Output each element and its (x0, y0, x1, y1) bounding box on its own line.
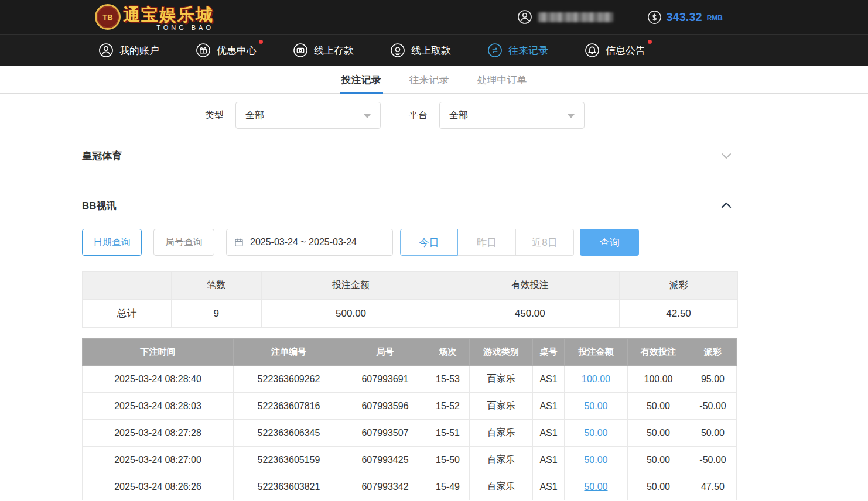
cell-valid-bet: 50.00 (628, 393, 689, 420)
cell-round: 607993425 (344, 447, 426, 473)
content: 类型 全部 平台 全部 皇冠体育 BB视讯 日期查询 局号查询 2025-03-… (0, 102, 868, 500)
nav-item-account[interactable]: 我的账户 (98, 43, 159, 58)
top-header: TB 通宝娱乐城 TONG BAO 343.32 RMB (0, 0, 868, 34)
bet-row: 2025-03-24 08:28:03522363607816607993596… (83, 393, 737, 420)
section-title-crown: 皇冠体育 (82, 149, 122, 163)
date-range-value: 2025-03-24 ~ 2025-03-24 (250, 237, 357, 248)
tab-transaction-records[interactable]: 往来记录 (408, 66, 451, 93)
column-header: 桌号 (533, 339, 565, 366)
nav-item-withdraw[interactable]: 线上取款 (390, 43, 451, 58)
cell-table: AS1 (533, 473, 565, 500)
column-header: 投注金额 (565, 339, 628, 366)
nav-item-label: 往来记录 (508, 44, 548, 57)
cell-payout: 95.00 (689, 366, 737, 393)
cell-round: 607993596 (344, 393, 426, 420)
column-header: 派彩 (689, 339, 737, 366)
tab-processing-orders[interactable]: 处理中订单 (476, 66, 529, 93)
nav-item-label: 优惠中心 (217, 44, 257, 57)
query-toolbar: 日期查询 局号查询 2025-03-24 ~ 2025-03-24 今日 昨日 … (82, 229, 738, 256)
bet-amount-link[interactable]: 50.00 (584, 428, 607, 438)
cell-game: 百家乐 (470, 447, 533, 473)
bet-amount-link[interactable]: 50.00 (584, 482, 607, 492)
summary-total-row: 总计 9 500.00 450.00 42.50 (83, 300, 738, 328)
bet-amount-link[interactable]: 100.00 (582, 374, 610, 384)
cell-session: 15-49 (426, 473, 470, 500)
summary-empty-header (83, 272, 172, 300)
cell-valid-bet: 100.00 (628, 366, 689, 393)
cell-table: AS1 (533, 366, 565, 393)
today-button[interactable]: 今日 (400, 229, 458, 256)
summary-bet-amount: 500.00 (261, 300, 440, 328)
cell-payout: -50.00 (689, 447, 737, 473)
user-account[interactable] (517, 9, 613, 25)
type-select[interactable]: 全部 (235, 102, 381, 129)
date-query-button[interactable]: 日期查询 (82, 229, 142, 256)
cell-table: AS1 (533, 393, 565, 420)
dropdown-arrow-icon (568, 114, 575, 118)
nav-item-notice[interactable]: 信息公告 (585, 43, 645, 58)
cell-bet-id: 522363605159 (234, 447, 344, 473)
chevron-up-icon[interactable] (719, 198, 733, 212)
nav-item-deposit[interactable]: 线上存款 (293, 43, 354, 58)
summary-header-bet: 投注金额 (261, 272, 440, 300)
cell-time: 2025-03-24 08:28:40 (83, 366, 234, 393)
cell-time: 2025-03-24 08:27:28 (83, 420, 234, 447)
section-crown-sports: 皇冠体育 (82, 149, 738, 177)
site-title: 通宝娱乐城 (123, 4, 214, 27)
dropdown-arrow-icon (364, 114, 371, 118)
notification-dot (648, 40, 652, 44)
date-range-input[interactable]: 2025-03-24 ~ 2025-03-24 (226, 229, 393, 256)
summary-count: 9 (171, 300, 261, 328)
tab-bet-records[interactable]: 投注记录 (340, 66, 383, 93)
cell-bet-id: 522363607816 (234, 393, 344, 420)
records-icon (487, 43, 503, 58)
dollar-icon (647, 10, 662, 25)
balance[interactable]: 343.32 RMB (647, 10, 723, 25)
nav-item-records[interactable]: 往来记录 (487, 43, 548, 58)
cell-session: 15-52 (426, 393, 470, 420)
summary-header-valid: 有效投注 (440, 272, 620, 300)
cell-payout: 47.50 (689, 473, 737, 500)
cell-valid-bet: 50.00 (628, 473, 689, 500)
cell-time: 2025-03-24 08:28:03 (83, 393, 234, 420)
site-logo[interactable]: TB 通宝娱乐城 TONG BAO (95, 4, 214, 31)
calendar-icon (234, 237, 244, 248)
search-button[interactable]: 查询 (580, 229, 639, 256)
round-query-button[interactable]: 局号查询 (153, 229, 214, 256)
column-header: 有效投注 (628, 339, 689, 366)
notice-icon (585, 43, 600, 58)
cell-game: 百家乐 (470, 473, 533, 500)
cell-time: 2025-03-24 08:26:26 (83, 473, 234, 500)
cell-valid-bet: 50.00 (628, 420, 689, 447)
platform-select[interactable]: 全部 (439, 102, 585, 129)
nav-item-promo[interactable]: 优惠中心 (196, 43, 257, 58)
yesterday-button[interactable]: 昨日 (458, 229, 516, 256)
column-header: 游戏类别 (470, 339, 533, 366)
promo-icon (196, 43, 211, 58)
cell-game: 百家乐 (470, 393, 533, 420)
nav-item-label: 我的账户 (119, 44, 159, 57)
summary-payout: 42.50 (620, 300, 738, 328)
cell-round: 607993691 (344, 366, 426, 393)
balance-currency: RMB (707, 14, 723, 22)
summary-valid-bet: 450.00 (440, 300, 620, 328)
bet-amount-link[interactable]: 50.00 (584, 401, 607, 411)
summary-header-payout: 派彩 (620, 272, 738, 300)
nav-item-label: 信息公告 (606, 44, 645, 57)
cell-payout: -50.00 (689, 393, 737, 420)
last8days-button[interactable]: 近8日 (516, 229, 574, 256)
cell-session: 15-53 (426, 366, 470, 393)
chevron-down-icon[interactable] (719, 149, 733, 163)
cell-session: 15-50 (426, 447, 470, 473)
username-masked (538, 12, 613, 22)
notification-dot (259, 40, 263, 44)
summary-header-count: 笔数 (171, 272, 261, 300)
cell-time: 2025-03-24 08:27:00 (83, 447, 234, 473)
logo-coin-icon: TB (95, 4, 121, 30)
site-subtitle: TONG BAO (123, 24, 214, 31)
cell-payout: 50.00 (689, 420, 737, 447)
account-icon (98, 43, 114, 58)
cell-session: 15-51 (426, 420, 470, 447)
bet-amount-link[interactable]: 50.00 (584, 455, 607, 465)
platform-filter-label: 平台 (409, 109, 428, 122)
